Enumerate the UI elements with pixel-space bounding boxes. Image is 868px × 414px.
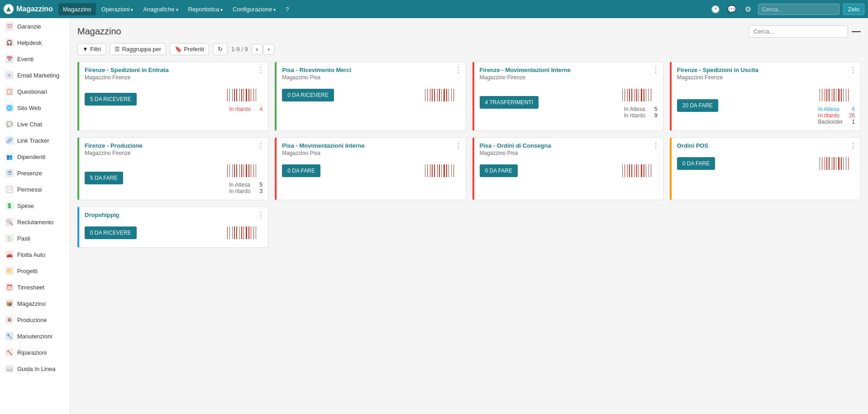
- sidebar-item-spese[interactable]: 💲 Spese: [0, 197, 70, 214]
- svg-rect-65: [425, 164, 425, 177]
- svg-rect-60: [246, 164, 247, 177]
- favorites-button[interactable]: 🔖 Preferiti: [170, 43, 209, 55]
- svg-rect-38: [651, 89, 651, 101]
- card-menu-button[interactable]: ⋮: [652, 141, 659, 150]
- card-action-button[interactable]: 0 DA RICEVERE: [85, 226, 137, 239]
- svg-rect-44: [832, 89, 832, 101]
- sidebar-label: Pasti: [17, 235, 30, 242]
- next-page-button[interactable]: ›: [263, 44, 274, 55]
- sidebar-item-presenze[interactable]: ⏱ Presenze: [0, 165, 70, 181]
- sidebar-label: Questionari: [17, 88, 47, 95]
- card-title[interactable]: Dropshippig: [85, 212, 262, 218]
- card-action-button[interactable]: 4 TRASFERIMENTI: [480, 96, 539, 109]
- card-title[interactable]: Pisa - Ordini di Consegna: [480, 142, 658, 149]
- sidebar-item-email-marketing[interactable]: 📧 Email Marketing: [0, 67, 70, 83]
- global-search-input[interactable]: [758, 4, 839, 15]
- card-action-button[interactable]: 0 DA FARE: [480, 164, 518, 177]
- nav-dashboard[interactable]: Magazzino: [58, 3, 96, 15]
- svg-rect-21: [444, 89, 445, 101]
- svg-rect-12: [256, 89, 256, 101]
- svg-rect-33: [639, 89, 639, 101]
- card-action-button[interactable]: 0 DA FARE: [282, 164, 320, 177]
- svg-rect-70: [437, 164, 438, 177]
- sidebar-item-riparazioni[interactable]: 🔨 Riparazioni: [0, 344, 70, 361]
- svg-rect-3: [234, 89, 235, 101]
- card-menu-button[interactable]: ⋮: [849, 141, 857, 150]
- card-title[interactable]: Firenze - Movimentazioni Interne: [480, 67, 658, 73]
- stat-value: 4: [260, 106, 263, 112]
- progetti-icon: 📁: [5, 267, 14, 275]
- card-menu-button[interactable]: ⋮: [652, 66, 659, 74]
- sidebar-item-helpdesk[interactable]: 🎧 Helpdesk: [0, 34, 70, 51]
- nav-anagrafiche[interactable]: Anagrafiche: [138, 3, 182, 15]
- minimize-icon[interactable]: [852, 31, 861, 32]
- sidebar-item-dipendenti[interactable]: 👥 Dipendenti: [0, 149, 70, 165]
- sidebar-item-live-chat[interactable]: 💬 Live Chat: [0, 116, 70, 132]
- card-action-button[interactable]: 5 DA FARE: [85, 172, 123, 184]
- nav-help[interactable]: ?: [281, 3, 293, 15]
- card-title[interactable]: Firenze - Produzione: [85, 142, 262, 149]
- card-menu-button[interactable]: ⋮: [257, 141, 264, 150]
- sidebar-item-eventi[interactable]: 📅 Eventi: [0, 51, 70, 67]
- settings-icon[interactable]: ⚙: [742, 3, 754, 15]
- svg-rect-63: [253, 164, 254, 177]
- nav-configurazione[interactable]: Configurazione: [228, 3, 280, 15]
- filter-button[interactable]: ▼ Filtri: [77, 43, 106, 55]
- svg-rect-35: [644, 89, 644, 101]
- sidebar-item-flotta-auto[interactable]: 🚗 Flotta Auto: [0, 246, 70, 263]
- sidebar-item-timesheet[interactable]: ⏰ Timesheet: [0, 279, 70, 295]
- card-menu-button[interactable]: ⋮: [257, 211, 264, 219]
- group-by-button[interactable]: ☰ Raggruppa per: [110, 43, 166, 55]
- card-action-button[interactable]: 5 DA RICEVERE: [85, 93, 137, 106]
- prev-page-button[interactable]: ‹: [252, 44, 262, 55]
- card-header: Pisa - Ricevimento Merci Magazzino Pisa: [277, 62, 465, 83]
- card-menu-button[interactable]: ⋮: [455, 141, 462, 150]
- sidebar-label: Guida In Linea: [17, 366, 56, 372]
- sidebar-item-permessi[interactable]: 📄 Permessi: [0, 181, 70, 197]
- nav-operazioni[interactable]: Operazioni: [97, 3, 138, 15]
- sidebar-label: Spese: [17, 202, 34, 209]
- card-title[interactable]: Ordini POS: [677, 142, 855, 149]
- logo-icon: [4, 4, 14, 14]
- refresh-icon: ↻: [218, 46, 223, 53]
- sidebar-item-link-tracker[interactable]: 🔗 Link Tracker: [0, 132, 70, 149]
- sidebar-item-progetti[interactable]: 📁 Progetti: [0, 263, 70, 279]
- content-search-input[interactable]: [749, 25, 848, 38]
- chat-icon[interactable]: 💬: [725, 3, 738, 15]
- sidebar-item-questionari[interactable]: 📋 Questionari: [0, 83, 70, 100]
- card-title[interactable]: Pisa - Movimentazioni Interne: [282, 142, 460, 149]
- card-title[interactable]: Firenze - Spedizioni in Entrata: [85, 67, 262, 73]
- card-body: 0 DA FARE: [474, 159, 663, 185]
- card-action-button[interactable]: 0 DA RICEVERE: [282, 89, 334, 101]
- sidebar-item-pasti[interactable]: 🍴 Pasti: [0, 230, 70, 246]
- svg-rect-71: [439, 164, 440, 177]
- warehouse-card: Firenze - Movimentazioni Interne Magazzi…: [472, 62, 663, 131]
- sidebar-label: Riparazioni: [17, 349, 47, 356]
- card-title[interactable]: Firenze - Spedizioni in Uscita: [677, 67, 855, 73]
- clock-icon[interactable]: 🕐: [709, 3, 722, 15]
- card-action-button[interactable]: 0 DA FARE: [677, 157, 715, 170]
- app-logo[interactable]: Magazzino: [4, 4, 53, 14]
- card-menu-button[interactable]: ⋮: [257, 66, 264, 74]
- user-badge[interactable]: Zelo: [843, 4, 864, 15]
- card-action-button[interactable]: 20 DA FARE: [677, 99, 718, 112]
- card-menu-button[interactable]: ⋮: [455, 66, 462, 74]
- sidebar-item-produzione[interactable]: ⚙ Produzione: [0, 312, 70, 328]
- card-menu-button[interactable]: ⋮: [849, 66, 857, 74]
- sidebar-item-sito-web[interactable]: 🌐 Sito Web: [0, 100, 70, 116]
- sidebar-item-manutenzioni[interactable]: 🔧 Manutenzioni: [0, 328, 70, 344]
- svg-rect-109: [239, 226, 240, 239]
- svg-rect-98: [836, 157, 836, 170]
- sidebar-item-magazzino[interactable]: 📦 Magazzino: [0, 295, 70, 312]
- nav-reportistica[interactable]: Reportistica: [184, 3, 227, 15]
- card-header: Firenze - Spedizioni in Entrata Magazzin…: [79, 62, 268, 83]
- svg-rect-75: [448, 164, 449, 177]
- sidebar-item-reclutamento[interactable]: 🔍 Reclutamento: [0, 214, 70, 230]
- refresh-button[interactable]: ↻: [213, 43, 228, 55]
- svg-rect-18: [437, 89, 438, 101]
- card-title[interactable]: Pisa - Ricevimento Merci: [282, 67, 460, 73]
- warehouse-card: Pisa - Ordini di Consegna Magazzino Pisa…: [472, 137, 663, 200]
- svg-rect-88: [646, 164, 646, 177]
- sidebar-item-guida[interactable]: 📖 Guida In Linea: [0, 361, 70, 377]
- sidebar-item-garanzie[interactable]: 🛡 Garanzie: [0, 18, 70, 34]
